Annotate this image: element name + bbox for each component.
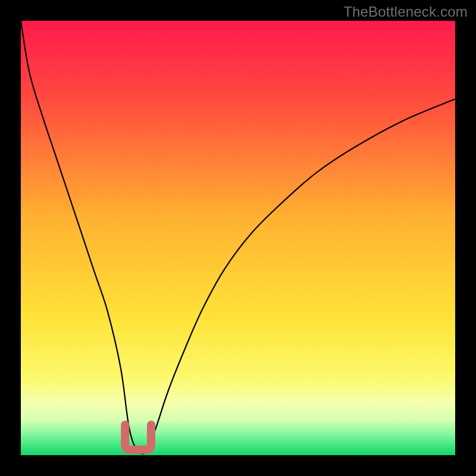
curve-layer bbox=[21, 21, 455, 455]
optimal-marker bbox=[125, 425, 151, 450]
bottleneck-curve bbox=[21, 21, 455, 454]
chart-frame: TheBottleneck.com bbox=[0, 0, 476, 476]
plot-area bbox=[21, 21, 455, 455]
watermark-label: TheBottleneck.com bbox=[343, 4, 468, 20]
